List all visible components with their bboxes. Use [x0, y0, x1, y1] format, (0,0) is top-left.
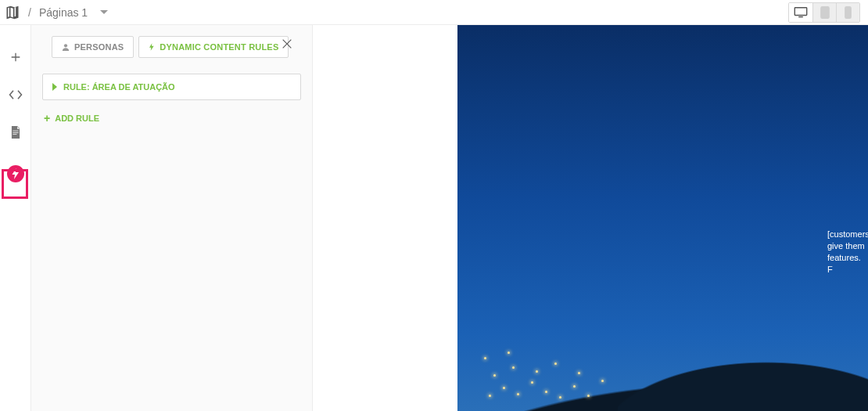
- panel-tab-strip: PERSONAS DYNAMIC CONTENT RULES: [52, 36, 292, 58]
- hero-copy: [customers give them features. F: [827, 229, 865, 275]
- left-rail: [0, 25, 31, 411]
- page-title[interactable]: Páginas 1: [39, 6, 88, 19]
- close-panel-button[interactable]: [278, 34, 296, 53]
- device-desktop[interactable]: [789, 3, 812, 22]
- lightning-icon: [11, 168, 20, 179]
- top-bar: / Páginas 1: [0, 0, 868, 25]
- svg-rect-3: [845, 6, 851, 18]
- map-icon: [5, 5, 20, 20]
- close-icon: [281, 38, 293, 50]
- svg-point-4: [64, 44, 67, 47]
- rail-plus-button[interactable]: [7, 49, 24, 66]
- hero-copy-line: give them: [827, 240, 865, 252]
- add-rule-label: ADD RULE: [55, 114, 99, 123]
- chevron-down-icon[interactable]: [100, 10, 108, 14]
- chevron-right-icon: [52, 83, 57, 91]
- breadcrumb-separator: /: [28, 6, 31, 19]
- plus-icon: +: [44, 113, 50, 124]
- tab-dcr-label: DYNAMIC CONTENT RULES: [160, 42, 278, 52]
- svg-rect-2: [820, 6, 828, 18]
- rail-file-button[interactable]: [7, 124, 24, 141]
- tab-personas[interactable]: PERSONAS: [52, 36, 134, 58]
- device-phone[interactable]: [836, 3, 859, 22]
- lightning-icon: [149, 42, 155, 52]
- svg-rect-1: [798, 16, 803, 16]
- rail-code-button[interactable]: [7, 86, 24, 103]
- svg-rect-0: [794, 7, 806, 15]
- tab-personas-label: PERSONAS: [74, 42, 124, 52]
- hero-copy-line: [customers: [827, 229, 865, 240]
- hero-image: [customers give them features. F: [457, 25, 868, 411]
- tab-dynamic-content-rules[interactable]: DYNAMIC CONTENT RULES: [138, 36, 289, 58]
- add-rule-button[interactable]: + ADD RULE: [44, 113, 301, 124]
- experiments-panel: PERSONAS DYNAMIC CONTENT RULES RULE: ÁRE…: [31, 25, 313, 411]
- persona-icon: [62, 43, 70, 51]
- breadcrumb: / Páginas 1: [5, 5, 108, 20]
- rail-experiments-button[interactable]: [3, 161, 28, 186]
- device-tablet[interactable]: [812, 3, 836, 22]
- hero-copy-line: features. F: [827, 252, 865, 276]
- page-preview: [customers give them features. F: [313, 25, 868, 411]
- rule-label: RULE: ÁREA DE ATUAÇÃO: [63, 82, 175, 92]
- rule-area-de-atuacao[interactable]: RULE: ÁREA DE ATUAÇÃO: [42, 74, 301, 100]
- device-switcher: [788, 2, 860, 23]
